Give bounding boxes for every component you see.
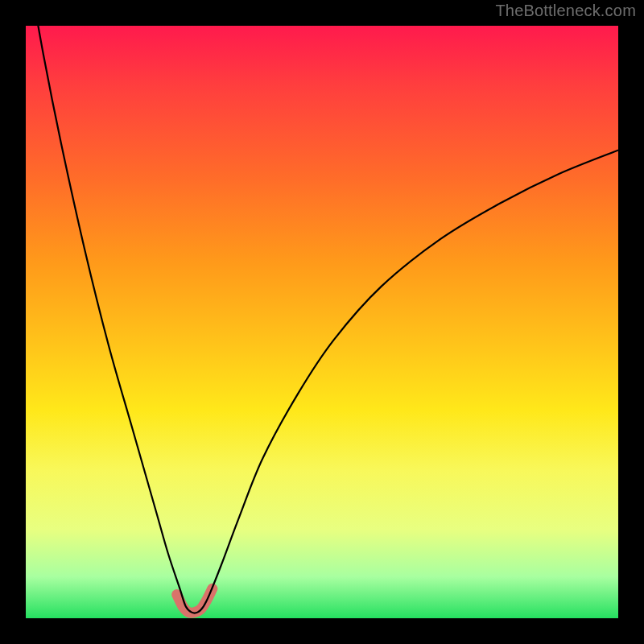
chart-svg: [26, 26, 618, 618]
watermark-text: TheBottleneck.com: [495, 2, 636, 20]
bottleneck-curve-path: [26, 0, 618, 613]
chart-container: TheBottleneck.com: [0, 0, 644, 644]
plot-area: [26, 26, 618, 618]
